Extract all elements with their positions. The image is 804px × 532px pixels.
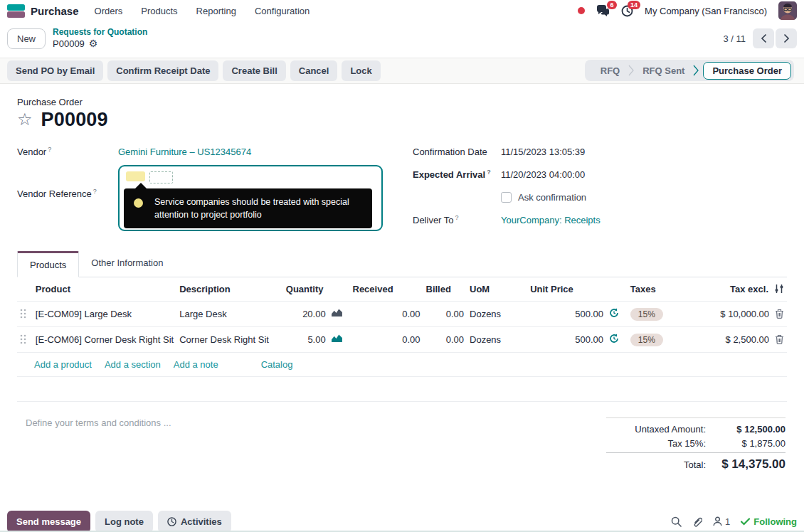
vendor-help[interactable]: ? [48,146,51,153]
cell-received[interactable]: 0.00 [350,301,423,326]
status-rfq-sent[interactable]: RFQ Sent [635,65,692,76]
new-button[interactable]: New [7,28,46,49]
cell-unit-price[interactable]: 500.00 [575,309,603,319]
favorite-star-icon[interactable]: ☆ [17,111,33,128]
statusbar: RFQ RFQ Sent Purchase Order [585,60,794,81]
col-description[interactable]: Description [176,277,283,302]
cell-billed[interactable]: 0.00 [423,301,467,326]
forecast-chart-icon[interactable] [332,308,342,317]
order-line-row[interactable]: [E-COM06] Corner Desk Right Sit Corner D… [17,326,787,352]
expected-arrival-value[interactable]: 11/20/2023 04:00:00 [501,169,585,180]
company-switcher[interactable]: My Company (San Francisco) [645,6,767,16]
activities-button[interactable]: Activities [158,511,231,532]
price-history-icon[interactable] [609,308,619,318]
cell-description[interactable]: Large Desk [176,301,283,326]
drag-handle-icon[interactable] [20,309,30,319]
record-pager: 3 / 11 [723,28,797,48]
yellow-tag[interactable] [126,171,145,181]
cell-taxes-badge[interactable]: 15% [630,308,663,321]
terms-and-conditions-input[interactable]: Define your terms and conditions ... [26,417,171,475]
cell-description[interactable]: Corner Desk Right Sit [176,326,283,352]
add-a-note-link[interactable]: Add a note [174,359,218,370]
breadcrumb-parent-link[interactable]: Requests for Quotation [53,27,147,38]
pager-count: 3 / 11 [723,33,746,44]
col-product[interactable]: Product [33,277,176,302]
user-avatar[interactable] [778,1,797,20]
chatter-bar: Send message Log note Activities [0,504,804,532]
app-switcher[interactable]: Purchase [7,4,79,18]
total-value: $ 14,375.00 [706,457,786,472]
order-line-row[interactable]: [E-COM09] Large Desk Large Desk 20.00 0.… [17,301,787,326]
activities-badge: 14 [628,1,640,9]
ask-confirmation-label: Ask confirmation [518,192,586,203]
delete-line-icon[interactable] [775,309,784,319]
deliver-to-value-link[interactable]: YourCompany: Receipts [501,215,601,225]
cell-billed[interactable]: 0.00 [423,326,467,352]
cell-subtotal: $ 2,500.00 [726,334,769,345]
tag-tooltip: Service companies should be treated with… [124,188,372,228]
following-button[interactable]: Following [741,516,797,527]
attachment-paperclip-icon[interactable] [692,516,702,527]
price-history-icon[interactable] [609,334,619,344]
deliver-to-help[interactable]: ? [455,214,459,221]
messages-button[interactable]: 6 [596,5,610,17]
cell-quantity[interactable]: 5.00 [283,326,329,352]
tax-label: Tax 15%: [668,438,706,449]
optional-columns-icon[interactable] [774,284,784,294]
add-a-product-link[interactable]: Add a product [34,359,92,370]
col-quantity[interactable]: Quantity [283,277,329,302]
col-unit-price[interactable]: Unit Price [527,277,606,302]
search-messages-icon[interactable] [671,516,682,527]
record-title: P00009 [41,109,108,131]
tag-input-slot[interactable] [149,171,173,183]
ask-confirmation-checkbox[interactable] [501,192,512,203]
menu-configuration[interactable]: Configuration [255,6,310,16]
followers-button[interactable]: 1 [713,516,730,527]
record-actions-gear-icon[interactable]: ⚙ [89,38,98,50]
cell-quantity[interactable]: 20.00 [283,301,329,326]
delete-line-icon[interactable] [775,334,784,344]
activity-clock-icon [167,517,176,526]
presence-dot-icon [578,7,585,14]
cell-taxes-badge[interactable]: 15% [630,334,663,346]
lock-button[interactable]: Lock [342,60,380,81]
cell-uom[interactable]: Dozens [467,301,527,326]
forecast-chart-icon[interactable] [332,334,342,343]
col-subtotal[interactable]: Tax excl. [730,284,768,294]
breadcrumb: Requests for Quotation P00009 ⚙ [53,27,147,50]
confirm-receipt-date-button[interactable]: Confirm Receipt Date [107,60,218,81]
pager-next-button[interactable] [776,28,797,48]
col-uom[interactable]: UoM [467,277,527,302]
tab-products[interactable]: Products [17,251,79,277]
systray: 6 14 My Company (San Francisco) [578,1,797,20]
create-bill-button[interactable]: Create Bill [223,60,285,81]
app-title: Purchase [31,5,79,17]
menu-products[interactable]: Products [141,6,177,16]
col-billed[interactable]: Billed [423,277,467,302]
drag-handle-icon[interactable] [20,334,30,344]
cancel-button[interactable]: Cancel [290,60,338,81]
log-note-button[interactable]: Log note [95,511,153,532]
add-a-section-link[interactable]: Add a section [105,359,161,370]
catalog-link[interactable]: Catalog [261,359,293,370]
menu-orders[interactable]: Orders [95,6,123,16]
col-received[interactable]: Received [350,277,423,302]
cell-product[interactable]: [E-COM06] Corner Desk Right Sit [33,326,176,352]
vendor-value-link[interactable]: Gemini Furniture – US12345674 [118,147,251,157]
send-po-by-email-button[interactable]: Send PO by Email [7,60,103,81]
status-rfq[interactable]: RFQ [593,65,627,76]
cell-product[interactable]: [E-COM09] Large Desk [33,301,176,326]
pager-previous-button[interactable] [753,28,774,48]
activities-systray-button[interactable]: 14 [621,5,633,17]
vendor-reference-tags-field[interactable]: Service companies should be treated with… [118,165,383,231]
expected-arrival-help[interactable]: ? [487,169,491,176]
send-message-button[interactable]: Send message [7,511,90,532]
cell-unit-price[interactable]: 500.00 [575,334,603,345]
tab-other-information[interactable]: Other Information [79,251,175,277]
col-taxes[interactable]: Taxes [628,277,709,302]
status-purchase-order-active[interactable]: Purchase Order [703,62,791,80]
cell-received[interactable]: 0.00 [350,326,423,352]
vendor-reference-help[interactable]: ? [93,188,97,195]
cell-uom[interactable]: Dozens [467,326,527,352]
menu-reporting[interactable]: Reporting [196,6,236,16]
